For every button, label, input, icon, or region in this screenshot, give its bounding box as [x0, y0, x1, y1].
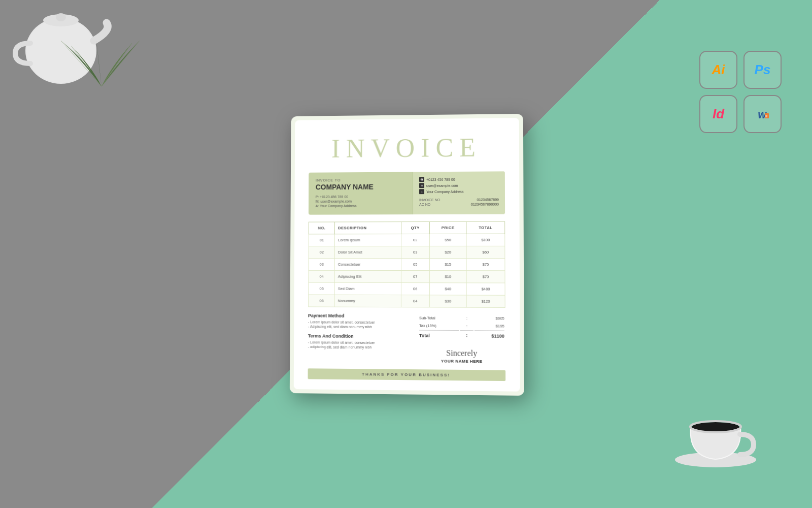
terms-line-2: - adipiscing elit, sed diam nonummy nibh [308, 345, 412, 349]
ac-no-value: 01234567890000 [471, 202, 499, 206]
subtotal-value: $905 [475, 315, 504, 322]
cell-desc: Adipiscing Elit [335, 270, 401, 282]
cell-qty: 04 [401, 295, 429, 307]
cell-qty: 02 [401, 234, 429, 246]
cell-no: 03 [309, 258, 335, 270]
table-row: 02 Dolor Sit Amet 03 $20 $60 [309, 246, 505, 258]
email-value: user@example.com [426, 183, 458, 187]
svg-text:≡: ≡ [765, 114, 768, 119]
coffee-cup-decoration [660, 366, 771, 478]
tax-value: $195 [475, 323, 504, 329]
invoice-footer: Payment Method - Lorem ipsum dolor sit a… [308, 313, 505, 364]
software-icons-panel: Ai Ps Id W ≡ [699, 51, 782, 133]
invoice-no-value: 01234567899 [477, 198, 499, 201]
tax-row: Tax (15%) : $195 [419, 322, 504, 329]
payment-line-2: - Adipiscing elit, sed diam nonummy nibh [308, 325, 412, 329]
table-row: 01 Lorem Ipsum 02 $50 $100 [309, 234, 505, 246]
address-value: Your Company Address [426, 189, 464, 193]
cell-desc: Sed Diam [334, 282, 401, 295]
invoice-content: INVOICE INVOICE TO COMPANY NAME P: +0123… [294, 118, 520, 392]
invoice-table: NO. DESCRIPTION QTY PRICE TOTAL 01 Lorem… [308, 221, 505, 308]
table-row: 05 Sed Diam 06 $40 $480 [309, 282, 505, 295]
cell-total: $100 [466, 234, 505, 246]
table-row: 03 Consectetuer 05 $15 $75 [309, 258, 505, 270]
invoice-card: INVOICE INVOICE TO COMPANY NAME P: +0123… [290, 114, 524, 396]
subtotal-label: Sub-Total [419, 314, 459, 321]
email-icon-row: ✉ user@example.com [419, 182, 499, 188]
cell-desc: Lorem Ipsum [335, 234, 401, 246]
invoice-meta: INVOICE NO 01234567899 AC NO 01234567890… [419, 198, 499, 206]
cell-desc: Nonummy [334, 295, 401, 307]
cell-qty: 05 [401, 258, 429, 270]
invoice-header-left: INVOICE TO COMPANY NAME P: +0123 456 789… [309, 172, 413, 214]
table-header-row: NO. DESCRIPTION QTY PRICE TOTAL [309, 221, 504, 234]
cell-qty: 03 [401, 246, 429, 258]
cell-total: $60 [466, 246, 505, 258]
email-icon: ✉ [419, 183, 424, 188]
cell-total: $120 [466, 295, 505, 308]
table-row: 04 Adipiscing Elit 07 $10 $70 [309, 270, 505, 283]
col-total: TOTAL [466, 221, 505, 234]
total-label: Total [419, 330, 459, 340]
cell-price: $15 [429, 259, 466, 271]
subtotal-row: Sub-Total : $905 [419, 314, 504, 322]
cell-desc: Consectetuer [335, 258, 401, 270]
phone-icon: ☎ [419, 177, 424, 182]
totals-table: Sub-Total : $905 Tax (15%) : $195 Total … [418, 313, 505, 340]
invoice-header: INVOICE TO COMPANY NAME P: +0123 456 789… [309, 171, 505, 214]
word-icon: W ≡ [743, 95, 782, 133]
cell-qty: 07 [401, 271, 429, 283]
ai-icon: Ai [699, 51, 737, 89]
thank-you-banner: THANKS FOR YOUR BUSINESS! [308, 368, 505, 381]
tax-label: Tax (15%) [419, 322, 459, 329]
phone-line: P: +0123 456 789 00 [316, 195, 405, 199]
address-icon-row: ⌂ Your Company Address [419, 188, 499, 194]
id-icon: Id [699, 95, 737, 133]
ps-icon: Ps [743, 51, 782, 89]
cell-desc: Dolor Sit Amet [335, 246, 401, 259]
cell-price: $10 [429, 271, 466, 283]
signature-salutation: Sincerely [418, 348, 505, 359]
invoice-no-row: INVOICE NO 01234567899 [419, 198, 499, 202]
col-description: DESCRIPTION [335, 222, 401, 234]
phone-icon-row: ☎ +0123 456 789 00 [419, 176, 499, 182]
total-row: Total : $1100 [419, 330, 504, 340]
cell-no: 02 [309, 246, 335, 259]
cell-total: $75 [466, 259, 505, 271]
cell-qty: 06 [401, 283, 429, 295]
payment-title: Payment Method [308, 313, 412, 319]
col-no: NO. [309, 222, 335, 234]
cell-total: $70 [466, 271, 505, 283]
cell-price: $20 [429, 246, 466, 258]
company-name: COMPANY NAME [316, 182, 405, 191]
col-price: PRICE [429, 221, 466, 234]
cell-no: 01 [309, 234, 335, 246]
invoice-to-label: INVOICE TO [316, 178, 405, 182]
cell-no: 05 [309, 282, 335, 295]
signature-name: YOUR NAME HERE [418, 359, 505, 364]
cell-price: $50 [429, 234, 466, 246]
ac-no-label: AC NO [419, 203, 430, 206]
ac-no-row: AC NO 01234567890000 [419, 202, 499, 206]
invoice-document: INVOICE INVOICE TO COMPANY NAME P: +0123… [290, 114, 524, 396]
total-colon: : [460, 330, 473, 339]
col-qty: QTY [401, 221, 429, 234]
invoice-header-right: ☎ +0123 456 789 00 ✉ user@example.com ⌂ … [413, 171, 505, 214]
footer-left: Payment Method - Lorem ipsum dolor sit a… [308, 313, 412, 363]
tax-colon: : [460, 323, 473, 329]
total-value: $1100 [475, 330, 504, 340]
address-line: A: Your Company Address [316, 204, 405, 208]
signature-area: Sincerely YOUR NAME HERE [418, 348, 505, 364]
terms-line-1: - Lorem ipsum dolor sit amet, consectetu… [308, 340, 412, 344]
table-row: 06 Nonummy 04 $30 $120 [309, 295, 505, 307]
invoice-title: INVOICE [309, 132, 504, 164]
invoice-no-label: INVOICE NO [419, 198, 440, 202]
cell-no: 04 [309, 270, 335, 282]
footer-right: Sub-Total : $905 Tax (15%) : $195 Total … [418, 313, 505, 364]
address-icon: ⌂ [419, 189, 424, 194]
leaves-decoration [51, 15, 152, 97]
terms-title: Terms And Condition [308, 333, 412, 339]
cell-no: 06 [309, 295, 335, 307]
cell-price: $30 [429, 295, 466, 307]
cell-total: $480 [466, 283, 505, 295]
